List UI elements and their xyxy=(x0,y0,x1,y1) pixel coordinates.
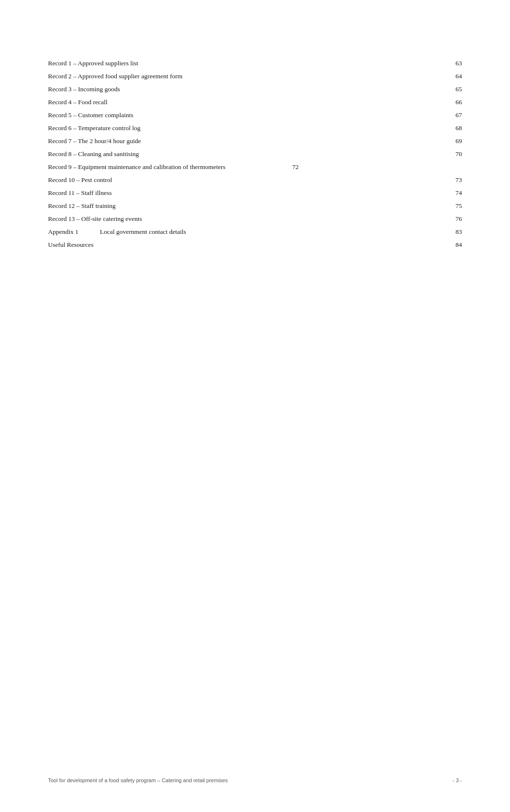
toc-dots xyxy=(205,129,445,129)
toc-entry-label: Record 3 – Incoming goods xyxy=(48,84,202,96)
toc-entry-label: Record 12 – Staff training xyxy=(48,200,202,212)
toc-entry-label: Record 2 – Approved food supplier agreem… xyxy=(48,71,202,83)
list-item: Record 8 – Cleaning and sanitising 70 xyxy=(48,148,462,160)
page: Record 1 – Approved suppliers list 63 Re… xyxy=(0,0,510,812)
toc-dots xyxy=(205,219,445,220)
toc-page-number: 84 xyxy=(448,239,462,251)
list-item: Appendix 1 Local government contact deta… xyxy=(48,226,462,238)
toc-page-number: 64 xyxy=(448,71,462,83)
list-item: Record 4 – Food recall 66 xyxy=(48,97,462,109)
toc-dots xyxy=(205,142,445,142)
footer-page-number: - 3 - xyxy=(452,777,462,783)
list-item: Record 7 – The 2 hour/4 hour guide 69 xyxy=(48,135,462,147)
toc-dots xyxy=(205,77,445,77)
toc-entry-label: Record 10 – Pest control xyxy=(48,174,202,186)
toc-page-number: 68 xyxy=(448,122,462,134)
toc-page-number: 76 xyxy=(448,213,462,225)
page-footer: Tool for development of a food safety pr… xyxy=(48,777,462,783)
list-item: Record 9 – Equipment maintenance and cal… xyxy=(48,161,462,173)
toc-page-number: 75 xyxy=(448,200,462,212)
toc-dots xyxy=(205,206,445,207)
toc-page-number: 70 xyxy=(448,148,462,160)
toc-entry-label: Record 8 – Cleaning and sanitising xyxy=(48,148,202,160)
toc-dots xyxy=(253,168,281,168)
toc-appendix-sublabel: Local government contact details xyxy=(100,226,186,238)
toc-entry-label: Record 11 – Staff illness xyxy=(48,187,202,199)
toc-entry-label: Record 9 – Equipment maintenance and cal… xyxy=(48,161,250,173)
toc-entry-label: Record 1 – Approved suppliers list xyxy=(48,58,202,70)
toc-page-number: 83 xyxy=(448,226,462,238)
toc-page-number: 73 xyxy=(448,174,462,186)
list-item: Record 13 – Off-site catering events 76 xyxy=(48,213,462,225)
list-item: Record 6 – Temperature control log 68 xyxy=(48,122,462,134)
toc-dots xyxy=(205,194,445,194)
toc-dots xyxy=(205,90,445,90)
list-item: Record 2 – Approved food supplier agreem… xyxy=(48,71,462,83)
toc-dots xyxy=(205,103,445,103)
toc-page-number: 66 xyxy=(448,97,462,109)
table-of-contents: Record 1 – Approved suppliers list 63 Re… xyxy=(48,58,462,251)
list-item: Record 12 – Staff training 75 xyxy=(48,200,462,212)
toc-page-number: 65 xyxy=(448,84,462,96)
toc-page-number: 63 xyxy=(448,58,462,70)
toc-dots xyxy=(205,64,445,64)
toc-dots xyxy=(205,155,445,155)
list-item: Useful Resources 84 xyxy=(48,239,462,251)
list-item: Record 10 – Pest control 73 xyxy=(48,174,462,186)
toc-entry-label: Record 4 – Food recall xyxy=(48,97,202,109)
toc-page-number: 72 xyxy=(284,161,299,173)
toc-dots xyxy=(189,232,445,233)
list-item: Record 11 – Staff illness 74 xyxy=(48,187,462,199)
toc-dots xyxy=(205,116,445,116)
toc-entry-label: Record 7 – The 2 hour/4 hour guide xyxy=(48,135,202,147)
footer-text: Tool for development of a food safety pr… xyxy=(48,777,452,783)
toc-page-number: 69 xyxy=(448,135,462,147)
toc-useful-resources-label: Useful Resources xyxy=(48,239,202,251)
list-item: Record 5 – Customer complaints 67 xyxy=(48,109,462,121)
toc-dots xyxy=(205,245,445,246)
toc-entry-label: Record 5 – Customer complaints xyxy=(48,109,202,121)
list-item: Record 3 – Incoming goods 65 xyxy=(48,84,462,96)
toc-entry-label: Record 13 – Off-site catering events xyxy=(48,213,202,225)
toc-entry-label: Record 6 – Temperature control log xyxy=(48,122,202,134)
toc-dots xyxy=(205,181,445,181)
list-item: Record 1 – Approved suppliers list 63 xyxy=(48,58,462,70)
toc-page-number: 67 xyxy=(448,109,462,121)
toc-appendix-label: Appendix 1 xyxy=(48,226,96,238)
toc-page-number: 74 xyxy=(448,187,462,199)
